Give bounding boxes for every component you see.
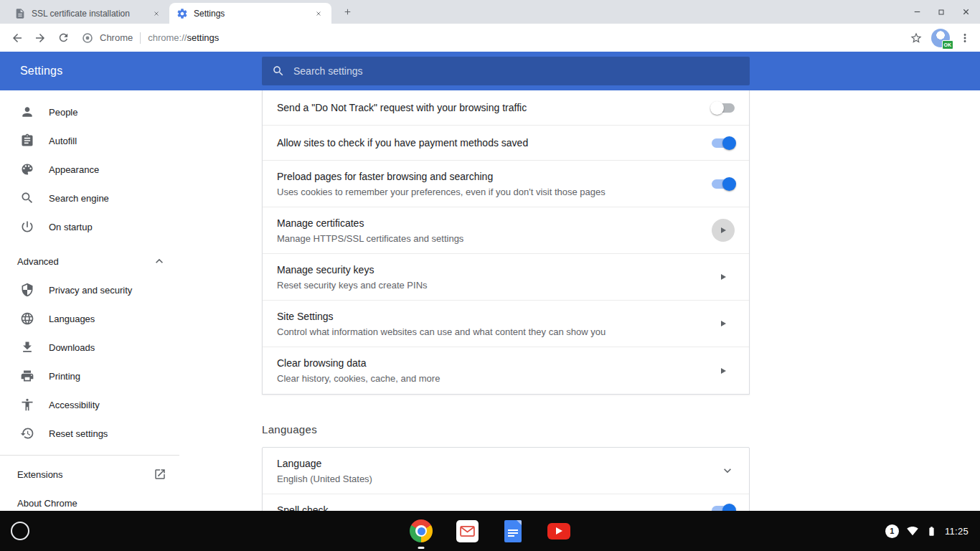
gmail-app-icon[interactable] [456, 519, 479, 542]
do-not-track-toggle[interactable] [712, 103, 735, 113]
page-title: Settings [20, 65, 62, 77]
languages-section-title: Languages [262, 423, 750, 435]
window-controls [908, 0, 974, 24]
row-preload-pages[interactable]: Preload pages for faster browsing and se… [263, 161, 749, 207]
settings-main: Send a "Do Not Track" request with your … [179, 90, 980, 511]
browser-toolbar: Chrome chrome://settings OK [0, 24, 980, 52]
chrome-app-icon[interactable] [410, 519, 433, 542]
sidebar-item-about-chrome[interactable]: About Chrome [0, 489, 179, 511]
subpage-arrow-icon[interactable] [712, 265, 735, 288]
tab-close-icon[interactable] [151, 8, 162, 19]
advanced-label: Advanced [17, 256, 152, 267]
docs-app-icon[interactable] [501, 519, 524, 542]
row-title: Site Settings [277, 310, 700, 323]
notification-count-badge: 1 [885, 524, 899, 538]
subpage-arrow-icon[interactable] [712, 312, 735, 335]
reload-icon[interactable] [52, 27, 74, 49]
search-input[interactable] [293, 57, 750, 85]
row-manage-certificates[interactable]: Manage certificates Manage HTTPS/SSL cer… [263, 207, 749, 254]
settings-gear-favicon [176, 8, 188, 19]
sidebar-item-label: Search engine [49, 193, 166, 204]
row-title: Language [277, 457, 709, 470]
tab-ssl-certificate-installation[interactable]: SSL certificate installation [7, 3, 169, 24]
url-scheme: chrome:// [148, 32, 187, 43]
row-payment-methods[interactable]: Allow sites to check if you have payment… [263, 126, 749, 161]
docs-line [508, 535, 514, 537]
toggle-knob [722, 177, 736, 191]
download-icon [20, 340, 34, 354]
sidebar-item-label: People [49, 107, 166, 118]
payment-methods-toggle[interactable] [712, 138, 735, 148]
youtube-logo [547, 523, 570, 540]
row-clear-browsing-data[interactable]: Clear browsing data Clear history, cooki… [263, 347, 749, 394]
sidebar-item-autofill[interactable]: Autofill [0, 126, 179, 155]
clock: 11:25 [945, 526, 969, 537]
url-text: chrome://settings [148, 32, 219, 43]
palette-icon [20, 162, 34, 176]
forward-icon[interactable] [29, 27, 51, 49]
preload-pages-toggle[interactable] [712, 179, 735, 189]
settings-search-box [262, 57, 750, 85]
maximize-icon[interactable] [933, 4, 950, 21]
minimize-icon[interactable] [908, 4, 925, 21]
search-icon [20, 191, 34, 205]
printer-icon [20, 369, 34, 383]
triangle-right-icon [721, 321, 726, 326]
row-do-not-track[interactable]: Send a "Do Not Track" request with your … [263, 90, 749, 126]
wifi-icon [907, 525, 918, 537]
tab-settings[interactable]: Settings [169, 3, 331, 24]
sidebar-item-label: About Chrome [17, 498, 166, 509]
close-window-icon[interactable] [957, 4, 974, 21]
globe-icon [20, 311, 34, 326]
toggle-knob [722, 504, 736, 511]
spell-check-toggle[interactable] [712, 506, 735, 511]
tab-close-icon[interactable] [313, 8, 324, 19]
sidebar-item-privacy-security[interactable]: Privacy and security [0, 276, 179, 304]
row-manage-security-keys[interactable]: Manage security keys Reset security keys… [263, 254, 749, 301]
row-site-settings[interactable]: Site Settings Control what information w… [263, 301, 749, 347]
browser-menu-icon[interactable] [958, 32, 971, 44]
sidebar-item-extensions[interactable]: Extensions [0, 460, 179, 489]
settings-header: Settings [0, 52, 980, 90]
new-tab-button[interactable] [337, 2, 357, 22]
row-subtitle: Reset security keys and create PINs [277, 279, 700, 291]
sidebar-item-search-engine[interactable]: Search engine [0, 184, 179, 212]
sidebar-item-label: Reset settings [49, 428, 166, 439]
sidebar-item-appearance[interactable]: Appearance [0, 155, 179, 184]
youtube-app-icon[interactable] [547, 519, 570, 542]
row-title: Allow sites to check if you have payment… [277, 136, 700, 149]
sidebar-item-on-startup[interactable]: On startup [0, 212, 179, 241]
power-icon [20, 220, 34, 234]
subpage-arrow-icon[interactable] [712, 359, 735, 382]
docs-logo [504, 520, 522, 542]
autofill-icon [20, 133, 34, 148]
status-tray[interactable]: 1 11:25 [885, 524, 969, 538]
row-title: Preload pages for faster browsing and se… [277, 170, 700, 183]
row-spell-check[interactable]: Spell check [263, 494, 749, 511]
sidebar-item-downloads[interactable]: Downloads [0, 333, 179, 362]
subpage-arrow-icon[interactable] [712, 219, 735, 242]
sidebar-item-label: On startup [49, 222, 166, 232]
launcher-button[interactable] [11, 522, 29, 540]
sidebar-item-label: Accessibility [49, 400, 166, 410]
avatar[interactable]: OK [931, 29, 950, 47]
sidebar-advanced-toggle[interactable]: Advanced [0, 247, 179, 276]
sidebar-item-accessibility[interactable]: Accessibility [0, 390, 179, 419]
omnibox[interactable]: Chrome chrome://settings [82, 32, 910, 44]
shield-icon [20, 283, 34, 297]
row-title: Send a "Do Not Track" request with your … [277, 101, 700, 114]
sidebar-item-reset-settings[interactable]: Reset settings [0, 419, 179, 448]
back-icon[interactable] [6, 27, 28, 49]
sidebar-item-printing[interactable]: Printing [0, 362, 179, 390]
sidebar-item-languages[interactable]: Languages [0, 304, 179, 333]
bookmark-star-icon[interactable] [910, 32, 923, 44]
chevron-down-icon[interactable] [720, 463, 735, 478]
row-language[interactable]: Language English (United States) [263, 448, 749, 494]
site-label: Chrome [100, 32, 133, 43]
row-title: Manage security keys [277, 263, 700, 276]
url-path: settings [187, 32, 219, 43]
languages-card: Language English (United States) Spell c… [262, 447, 750, 511]
toolbar-actions: OK [910, 29, 974, 47]
sidebar-item-people[interactable]: People [0, 98, 179, 126]
shelf: 1 11:25 [0, 511, 980, 551]
